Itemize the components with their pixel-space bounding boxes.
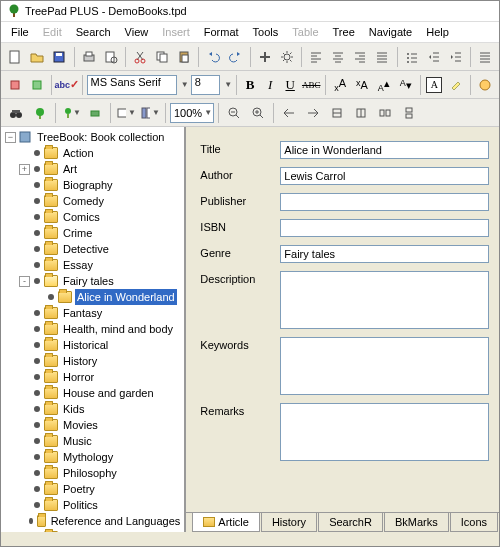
tree-item[interactable]: Philosophy [19, 465, 182, 481]
strikethrough-button[interactable]: ABC [301, 75, 321, 95]
genre-field[interactable] [280, 245, 489, 263]
subscript-button[interactable]: xA [352, 74, 372, 96]
undo-button[interactable] [203, 46, 223, 68]
tree-label[interactable]: Poetry [61, 481, 97, 497]
chevron-down-icon[interactable]: ▼ [181, 80, 189, 89]
indent-button[interactable] [446, 46, 466, 68]
options-button[interactable] [255, 46, 275, 68]
tree-label[interactable]: History [61, 353, 99, 369]
collapse-icon[interactable]: − [5, 132, 16, 143]
tree-item[interactable]: Movies [19, 417, 182, 433]
redo-button[interactable] [225, 46, 245, 68]
save-button[interactable] [49, 46, 69, 68]
nav-button[interactable] [350, 102, 372, 124]
tree-item[interactable]: Health, mind and body [19, 321, 182, 337]
tab-history[interactable]: History [261, 513, 317, 532]
tab-article[interactable]: Article [192, 513, 260, 532]
tree-label[interactable]: Crime [61, 225, 94, 241]
menu-tools[interactable]: Tools [247, 24, 285, 40]
font-shrink-button[interactable]: A▾ [396, 74, 416, 96]
align-justify-button[interactable] [372, 46, 392, 68]
tree-label[interactable]: Kids [61, 401, 86, 417]
font-name-select[interactable]: MS Sans Serif [87, 75, 177, 95]
description-field[interactable] [280, 271, 489, 329]
tree-item[interactable]: Romance [19, 529, 182, 532]
view-button[interactable]: ▼ [115, 102, 137, 124]
new-button[interactable] [5, 46, 25, 68]
zoom-in-button[interactable] [247, 102, 269, 124]
align-center-button[interactable] [328, 46, 348, 68]
tree-item[interactable]: Kids [19, 401, 182, 417]
menu-edit[interactable]: Edit [37, 24, 68, 40]
superscript-button[interactable]: xA [330, 74, 350, 96]
paste-button[interactable] [174, 46, 194, 68]
menu-view[interactable]: View [119, 24, 155, 40]
tree-label[interactable]: Alice in Wonderland [75, 289, 177, 305]
italic-button[interactable]: I [261, 75, 279, 95]
tree-label[interactable]: Biography [61, 177, 115, 193]
menu-navigate[interactable]: Navigate [363, 24, 418, 40]
tree-item[interactable]: Music [19, 433, 182, 449]
bold-button[interactable]: B [241, 75, 259, 95]
nav-button[interactable] [398, 102, 420, 124]
title-field[interactable] [280, 141, 489, 159]
highlight-button[interactable] [446, 74, 466, 96]
chevron-down-icon[interactable]: ▼ [224, 80, 232, 89]
tree-label[interactable]: Essay [61, 257, 95, 273]
tree-item[interactable]: Historical [19, 337, 182, 353]
font-grow-button[interactable]: A▴ [374, 74, 394, 96]
nav-button[interactable] [326, 102, 348, 124]
tree-label[interactable]: Reference and Languages [49, 513, 183, 529]
keywords-field[interactable] [280, 337, 489, 395]
tab-icons[interactable]: Icons [450, 513, 498, 532]
tree-expand-button[interactable]: ▼ [60, 102, 82, 124]
zoom-select[interactable]: 100%▼ [170, 103, 214, 123]
layout-button[interactable]: ▼ [139, 102, 161, 124]
tree-item[interactable]: Detective [19, 241, 182, 257]
tree-item[interactable]: -Fairy tales [19, 273, 182, 289]
tree-label[interactable]: House and garden [61, 385, 156, 401]
menu-search[interactable]: Search [70, 24, 117, 40]
tree-label[interactable]: Music [61, 433, 94, 449]
tree-label[interactable]: Romance [61, 529, 112, 532]
tree-item[interactable]: +Art [19, 161, 182, 177]
tree-label[interactable]: Comics [61, 209, 102, 225]
tree-label[interactable]: Mythology [61, 449, 115, 465]
tree-item[interactable]: Comedy [19, 193, 182, 209]
tree-label[interactable]: Art [61, 161, 79, 177]
expand-icon[interactable]: - [19, 276, 30, 287]
preview-button[interactable] [101, 46, 121, 68]
tree-root-label[interactable]: TreeBook: Book collection [35, 129, 166, 145]
tree-label[interactable]: Horror [61, 369, 96, 385]
tree-item[interactable]: Comics [19, 209, 182, 225]
font-color-button[interactable]: A [425, 74, 445, 96]
binoculars-button[interactable] [5, 102, 27, 124]
tool-button[interactable] [5, 74, 25, 96]
settings-button[interactable] [277, 46, 297, 68]
nav-button[interactable] [374, 102, 396, 124]
align-left-button[interactable] [306, 46, 326, 68]
tree-item[interactable]: Reference and Languages [19, 513, 182, 529]
node-button[interactable] [84, 102, 106, 124]
open-button[interactable] [27, 46, 47, 68]
font-size-select[interactable]: 8 [191, 75, 220, 95]
nav-button[interactable] [278, 102, 300, 124]
tool-button[interactable] [27, 74, 47, 96]
expand-icon[interactable]: + [19, 164, 30, 175]
underline-button[interactable]: U [281, 75, 299, 95]
tree-item[interactable]: History [19, 353, 182, 369]
menu-tree[interactable]: Tree [327, 24, 361, 40]
copy-button[interactable] [152, 46, 172, 68]
tree-item[interactable]: Action [19, 145, 182, 161]
tree-item[interactable]: Essay [19, 257, 182, 273]
tree-label[interactable]: Action [61, 145, 96, 161]
tree-label[interactable]: Health, mind and body [61, 321, 175, 337]
tree-item[interactable]: Biography [19, 177, 182, 193]
isbn-field[interactable] [280, 219, 489, 237]
tree-item[interactable]: Crime [19, 225, 182, 241]
tool-button[interactable] [475, 74, 495, 96]
tab-bkmarks[interactable]: BkMarks [384, 513, 449, 532]
tree-label[interactable]: Movies [61, 417, 100, 433]
tree-label[interactable]: Fantasy [61, 305, 104, 321]
print-button[interactable] [78, 46, 98, 68]
